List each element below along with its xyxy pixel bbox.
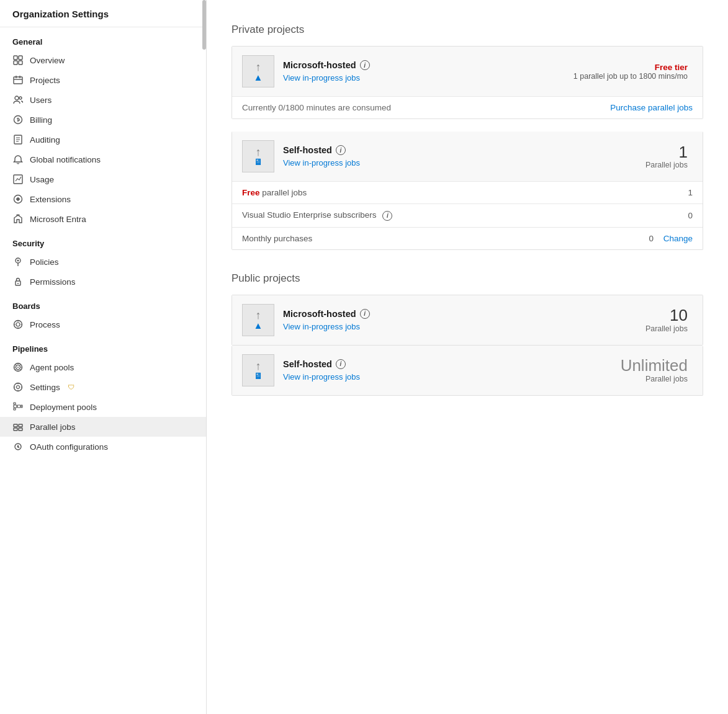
entra-icon bbox=[12, 213, 24, 225]
private-sh-value: 1 Parallel jobs bbox=[645, 143, 693, 170]
sidebar-item-global-notifications[interactable]: Global notifications bbox=[0, 149, 206, 169]
public-sh-unlimited-label: Unlimited bbox=[621, 357, 688, 375]
sidebar-item-process-label: Process bbox=[30, 320, 60, 329]
sidebar-item-usage[interactable]: Usage bbox=[0, 169, 206, 189]
svg-rect-3 bbox=[19, 61, 22, 65]
private-ms-icon-box: ↑ ▲ bbox=[242, 55, 274, 87]
svg-rect-24 bbox=[17, 405, 20, 408]
public-sh-info-icon[interactable]: i bbox=[336, 359, 346, 369]
sidebar-item-extensions[interactable]: Extensions bbox=[0, 189, 206, 209]
svg-rect-4 bbox=[14, 77, 22, 84]
svg-point-15 bbox=[17, 283, 19, 284]
deployment-icon bbox=[12, 401, 24, 413]
svg-rect-29 bbox=[19, 424, 22, 427]
public-microsoft-hosted-card: ↑ ▲ Microsoft-hosted i View in-progress … bbox=[231, 295, 703, 346]
private-sh-view-link[interactable]: View in-progress jobs bbox=[283, 158, 360, 167]
public-sh-icon-box: ↑ 🖥 bbox=[242, 354, 274, 386]
sidebar-item-usage-label: Usage bbox=[30, 175, 54, 184]
svg-rect-25 bbox=[21, 405, 22, 408]
ms-hosted-icon: ↑ ▲ bbox=[254, 61, 263, 82]
private-ms-consumed-row: Currently 0/1800 minutes are consumed Pu… bbox=[232, 96, 703, 118]
private-sh-info-icon[interactable]: i bbox=[336, 145, 346, 155]
sidebar-item-auditing[interactable]: Auditing bbox=[0, 130, 206, 149]
purchase-parallel-link[interactable]: Purchase parallel jobs bbox=[610, 103, 693, 112]
private-sh-monthly-value: 0 Change bbox=[649, 234, 693, 243]
public-ms-card-main: ↑ ▲ Microsoft-hosted i View in-progress … bbox=[232, 295, 703, 345]
private-microsoft-hosted-card: ↑ ▲ Microsoft-hosted i View in-progress … bbox=[231, 46, 703, 119]
public-ms-icon-box: ↑ ▲ bbox=[242, 304, 274, 336]
permissions-icon bbox=[12, 276, 24, 287]
public-ms-view-link[interactable]: View in-progress jobs bbox=[283, 322, 360, 331]
public-sh-view-link[interactable]: View in-progress jobs bbox=[283, 372, 360, 382]
private-sh-free-row: Free parallel jobs 1 bbox=[232, 181, 703, 203]
svg-point-5 bbox=[15, 96, 19, 100]
svg-rect-0 bbox=[14, 56, 17, 60]
private-sh-monthly-label: Monthly purchases bbox=[242, 234, 649, 243]
public-sh-card-main: ↑ 🖥 Self-hosted i View in-progress jobs … bbox=[232, 346, 703, 395]
sidebar-item-agent-pools-label: Agent pools bbox=[30, 363, 74, 372]
sidebar-item-permissions-label: Permissions bbox=[30, 277, 76, 287]
sidebar-item-users-label: Users bbox=[30, 96, 52, 105]
sidebar-item-agent-pools[interactable]: Agent pools bbox=[0, 357, 206, 377]
svg-point-17 bbox=[16, 323, 20, 326]
section-general: General bbox=[0, 27, 206, 50]
sidebar-item-projects[interactable]: Projects bbox=[0, 70, 206, 90]
public-ms-hosted-icon: ↑ ▲ bbox=[254, 310, 263, 330]
svg-rect-2 bbox=[14, 61, 17, 65]
svg-rect-1 bbox=[19, 56, 22, 60]
vs-info-icon[interactable]: i bbox=[382, 211, 392, 221]
section-security: Security bbox=[0, 229, 206, 252]
sidebar-item-microsoft-entra[interactable]: Microsoft Entra bbox=[0, 209, 206, 229]
public-ms-info-icon[interactable]: i bbox=[360, 309, 370, 319]
sidebar-item-settings[interactable]: Settings 🛡 bbox=[0, 377, 206, 397]
svg-rect-27 bbox=[14, 408, 16, 410]
sidebar-item-billing-label: Billing bbox=[30, 115, 52, 125]
free-tier-label: Free tier bbox=[573, 63, 688, 72]
public-ms-title: Microsoft-hosted i bbox=[283, 309, 645, 319]
parallel-icon bbox=[12, 421, 24, 432]
private-sh-name-block: Self-hosted i View in-progress jobs bbox=[283, 145, 645, 167]
change-link[interactable]: Change bbox=[663, 234, 693, 243]
sidebar-item-policies-label: Policies bbox=[30, 257, 59, 267]
sidebar-item-global-notifications-label: Global notifications bbox=[30, 155, 101, 164]
users-icon bbox=[12, 94, 24, 105]
private-ms-view-link[interactable]: View in-progress jobs bbox=[283, 73, 360, 83]
public-sh-parallel-sub: Parallel jobs bbox=[621, 375, 688, 383]
tier-desc: 1 parallel job up to 1800 mins/mo bbox=[573, 72, 688, 81]
svg-rect-30 bbox=[14, 428, 17, 431]
oauth-icon bbox=[12, 441, 24, 452]
private-sh-vs-value: 0 bbox=[655, 211, 693, 220]
sidebar-item-billing[interactable]: Billing bbox=[0, 110, 206, 130]
sidebar-item-parallel-jobs[interactable]: Parallel jobs bbox=[0, 417, 206, 437]
sidebar-item-overview[interactable]: Overview bbox=[0, 50, 206, 70]
auditing-icon bbox=[12, 134, 24, 145]
public-ms-name-block: Microsoft-hosted i View in-progress jobs bbox=[283, 309, 645, 331]
sidebar-item-policies[interactable]: Policies bbox=[0, 252, 206, 272]
private-sh-icon-box: ↑ 🖥 bbox=[242, 140, 274, 172]
private-sh-parallel-label: Parallel jobs bbox=[645, 161, 688, 169]
sidebar-item-deployment-pools[interactable]: Deployment pools bbox=[0, 397, 206, 417]
bell-icon bbox=[12, 154, 24, 165]
svg-point-32 bbox=[17, 446, 19, 448]
billing-icon bbox=[12, 114, 24, 125]
private-ms-name-block: Microsoft-hosted i View in-progress jobs bbox=[283, 60, 573, 83]
public-sh-name-block: Self-hosted i View in-progress jobs bbox=[283, 359, 621, 382]
private-ms-title: Microsoft-hosted i bbox=[283, 60, 573, 70]
sidebar-item-permissions[interactable]: Permissions bbox=[0, 272, 206, 292]
sidebar-item-deployment-pools-label: Deployment pools bbox=[30, 403, 97, 412]
private-projects-title: Private projects bbox=[231, 24, 703, 36]
sidebar-item-oauth-configurations[interactable]: OAuth configurations bbox=[0, 437, 206, 457]
private-ms-info-icon[interactable]: i bbox=[360, 60, 370, 70]
svg-rect-23 bbox=[14, 405, 17, 408]
section-pipelines: Pipelines bbox=[0, 334, 206, 357]
private-sh-parallel-num: 1 bbox=[645, 143, 688, 161]
public-self-hosted-card: ↑ 🖥 Self-hosted i View in-progress jobs … bbox=[231, 346, 703, 396]
svg-point-6 bbox=[19, 97, 22, 99]
private-ms-tier: Free tier 1 parallel job up to 1800 mins… bbox=[573, 63, 693, 81]
sidebar-item-process[interactable]: Process bbox=[0, 315, 206, 334]
private-self-hosted-card: ↑ 🖥 Self-hosted i View in-progress jobs … bbox=[231, 132, 703, 250]
private-ms-card-main: ↑ ▲ Microsoft-hosted i View in-progress … bbox=[232, 47, 703, 96]
sidebar-title: Organization Settings bbox=[0, 0, 206, 27]
sidebar-item-users[interactable]: Users bbox=[0, 90, 206, 110]
section-boards: Boards bbox=[0, 292, 206, 315]
